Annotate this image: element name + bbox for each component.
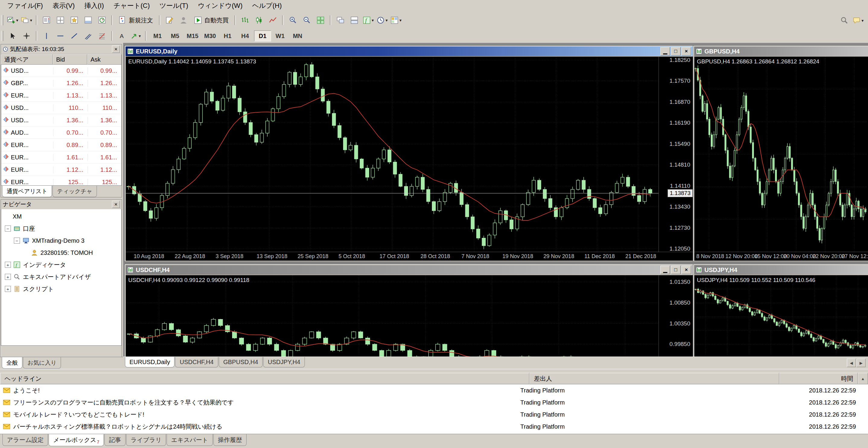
chart-content[interactable]: EURUSD,Daily 1.14042 1.14059 1.13745 1.1… — [126, 56, 693, 261]
mail-row[interactable]: モバイルトレード？いつでもどこでもトレード!Trading Platform20… — [0, 409, 868, 421]
mql5-community-button[interactable] — [177, 13, 190, 27]
mail-row[interactable]: ようこそ!Trading Platform2018.12.26 22:59 — [0, 384, 868, 396]
column-ask[interactable]: Ask — [87, 54, 122, 65]
tile-windows-button[interactable] — [314, 13, 327, 27]
chart-tab-1[interactable]: USDCHF,H4 — [175, 357, 218, 367]
chart-content[interactable]: GBPUSD,H4 1.26863 1.26864 1.26812 1.2682… — [694, 56, 868, 261]
market-watch-row[interactable]: AUD...0.70...0.70... — [1, 126, 121, 139]
scroll-right-icon[interactable]: ▶ — [857, 359, 866, 367]
column-symbol[interactable]: 通貨ペア — [1, 54, 53, 65]
scroll-up-icon[interactable]: ▲ — [858, 373, 868, 384]
market-watch-row[interactable]: EUR...1.13...1.13... — [1, 89, 121, 102]
mail-row[interactable]: フリーランスのプログラマーに自動売買ロボットを注文する？早くて効果的ですTrad… — [0, 396, 868, 409]
chart-tab-2[interactable]: GBPUSD,H4 — [219, 357, 263, 367]
menu-item-3[interactable]: チャート(C) — [108, 0, 155, 12]
chart-plot[interactable]: EURUSD,Daily 1.14042 1.14059 1.13745 1.1… — [126, 57, 658, 252]
new-order-button[interactable]: 新規注文 — [115, 13, 156, 27]
zoom-in-button[interactable] — [286, 13, 300, 27]
terminal-tab-4[interactable]: エキスパート — [166, 434, 213, 446]
menu-item-0[interactable]: ファイル(F) — [2, 0, 48, 12]
navigator-item[interactable]: XM — [1, 210, 121, 222]
market-watch-titlebar[interactable]: 気配値表示: 16:03:35 × — [1, 44, 122, 54]
price-scale[interactable]: 1.182501.175701.168701.161901.154901.148… — [658, 57, 693, 252]
close-icon[interactable]: × — [112, 201, 120, 208]
menu-item-4[interactable]: ツール(T) — [155, 0, 193, 12]
zoom-out-button[interactable] — [300, 13, 313, 27]
community-button[interactable]: ▾ — [851, 14, 865, 27]
time-axis[interactable]: 10 Aug 201822 Aug 20183 Sep 201813 Sep 2… — [126, 252, 693, 261]
chart-content[interactable]: USDJPY,H4 110.509 110.552 110.509 110.54… — [694, 275, 868, 359]
horizontal-line-button[interactable] — [54, 29, 67, 42]
timeframe-h4[interactable]: H4 — [237, 30, 253, 41]
terminal-toggle-button[interactable] — [82, 13, 95, 27]
expand-box[interactable]: + — [5, 262, 11, 268]
market-watch-row[interactable]: GBP...1.26...1.26... — [1, 77, 121, 89]
column-headline[interactable]: ヘッドライン — [0, 373, 529, 384]
window-titlebar[interactable]: GBPUSD,H4 — [694, 47, 868, 56]
chart-window-gbpusd[interactable]: GBPUSD,H4 GBPUSD,H4 1.26863 1.26864 1.26… — [693, 45, 868, 262]
strategy-tester-toggle-button[interactable] — [95, 13, 108, 27]
market-watch-row[interactable]: EUR...1.61...1.61... — [1, 151, 121, 163]
column-bid[interactable]: Bid — [53, 54, 87, 65]
data-window-toggle-button[interactable] — [54, 13, 67, 27]
cursor-button[interactable] — [6, 29, 19, 42]
menu-item-2[interactable]: 挿入(I) — [80, 0, 108, 12]
expand-box[interactable]: + — [5, 286, 11, 292]
close-button[interactable]: × — [681, 47, 691, 56]
market-watch-row[interactable]: EUR...0.89...0.89... — [1, 139, 121, 151]
timeframe-m1[interactable]: M1 — [149, 30, 166, 41]
indicators-button[interactable]: f ▾ — [362, 13, 375, 27]
time-axis[interactable]: 8 Nov 201812 Nov 20:0015 Nov 12:0020 Nov… — [694, 252, 868, 261]
timeframe-m5[interactable]: M5 — [166, 30, 184, 41]
window-titlebar[interactable]: USDJPY,H4 — [694, 265, 868, 275]
market-watch-row[interactable]: USD...110...110... — [1, 102, 121, 114]
fibonacci-button[interactable] — [95, 29, 108, 42]
mail-row[interactable]: バーチャルホスティング標準搭載？ロボットとシグナルは24時間戦い続けるTradi… — [0, 421, 868, 432]
maximize-button[interactable]: □ — [671, 47, 681, 56]
price-scale[interactable]: 1.013501.008501.003500.99850 — [658, 275, 693, 358]
navigator-item[interactable]: +fインディケータ — [1, 259, 121, 271]
navigator-item[interactable]: +スクリプト — [1, 283, 121, 295]
chart-tab-3[interactable]: USDJPY,H4 — [263, 357, 305, 367]
text-label-button[interactable]: A — [115, 29, 129, 42]
chart-window-usdjpy[interactable]: USDJPY,H4 USDJPY,H4 110.509 110.552 110.… — [693, 264, 868, 360]
minimize-button[interactable]: ▁ — [660, 47, 670, 56]
market-watch-tab-0[interactable]: 通貨ペアリスト — [2, 186, 52, 197]
templates-button[interactable]: ▾ — [389, 13, 403, 27]
new-chart-button[interactable]: ▾ — [6, 13, 19, 27]
chart-plot[interactable]: USDJPY,H4 110.509 110.552 110.509 110.54… — [694, 275, 868, 358]
chart-window-eurusd[interactable]: EURUSD,Daily ▁ □ × EURUSD,Daily 1.14042 … — [124, 45, 694, 262]
column-sender[interactable]: 差出人 — [529, 373, 779, 384]
terminal-tab-0[interactable]: アラーム設定 — [2, 434, 48, 446]
scroll-left-icon[interactable]: ◀ — [847, 359, 856, 367]
navigator-toggle-button[interactable] — [68, 13, 81, 27]
market-watch-row[interactable]: USD...0.99...0.99... — [1, 65, 121, 77]
arrows-button[interactable]: ▾ — [129, 29, 143, 42]
menu-item-1[interactable]: 表示(V) — [48, 0, 80, 12]
toolbar-grip[interactable] — [1, 15, 3, 25]
navigator-item[interactable]: +エキスパートアドバイザ — [1, 271, 121, 283]
menu-item-5[interactable]: ウィンドウ(W) — [193, 0, 247, 12]
cascade-windows-button[interactable] — [334, 13, 347, 27]
terminal-tab-5[interactable]: 操作履歴 — [213, 434, 247, 446]
timeframe-m30[interactable]: M30 — [202, 30, 218, 41]
chart-content[interactable]: USDCHF,H4 0.99093 0.99122 0.99090 0.9911… — [126, 275, 693, 359]
terminal-tab-2[interactable]: 記事 — [104, 434, 126, 446]
vertical-line-button[interactable] — [40, 29, 53, 42]
terminal-tab-3[interactable]: ライブラリ — [126, 434, 166, 446]
navigator-item[interactable]: −口座 — [1, 222, 121, 235]
market-watch-row[interactable]: EUR...125...125... — [1, 176, 121, 186]
auto-trading-button[interactable]: 自動売買 — [191, 13, 232, 27]
timeframe-mn[interactable]: MN — [289, 30, 306, 41]
channel-button[interactable] — [82, 29, 95, 42]
minimize-button[interactable]: ▁ — [660, 266, 670, 274]
trendline-button[interactable] — [68, 29, 81, 42]
search-button[interactable] — [838, 14, 851, 27]
column-time[interactable]: 時間 — [779, 373, 858, 384]
collapse-box[interactable]: − — [5, 226, 11, 232]
navigator-titlebar[interactable]: ナビゲータ × — [1, 200, 122, 210]
periods-button[interactable]: ▾ — [375, 13, 389, 27]
terminal-tab-1[interactable]: メールボックス7 — [49, 434, 104, 446]
bar-chart-button[interactable] — [239, 13, 252, 27]
timeframe-h1[interactable]: H1 — [219, 30, 236, 41]
